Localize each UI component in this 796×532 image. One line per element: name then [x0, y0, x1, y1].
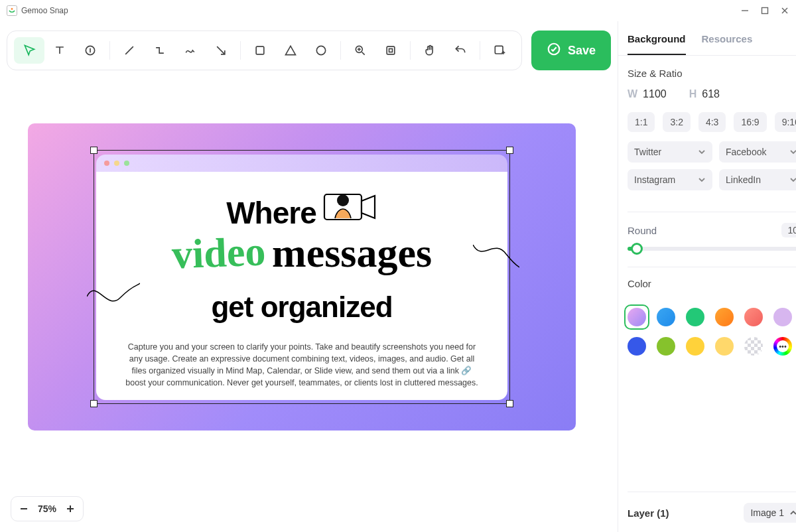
zoom-in-button[interactable]	[64, 503, 76, 515]
section-color: Color	[618, 267, 796, 299]
tool-arrow[interactable]	[206, 37, 236, 64]
preset-linkedin[interactable]: LinkedIn	[719, 169, 796, 190]
canvas-background[interactable]: Where video	[28, 123, 576, 431]
check-circle-icon	[547, 42, 561, 60]
round-row: Round 10	[618, 212, 796, 240]
svg-rect-3	[762, 8, 768, 14]
width-input[interactable]: W1100	[628, 88, 667, 100]
tool-number[interactable]	[75, 37, 105, 64]
save-button[interactable]: Save	[531, 31, 611, 70]
ratio-4-3[interactable]: 4:3	[698, 112, 726, 132]
chevron-down-icon	[789, 176, 796, 184]
svg-rect-9	[256, 46, 264, 54]
titlebar: Gemoo Snap	[0, 0, 796, 21]
round-slider[interactable]	[628, 247, 796, 251]
resize-handle-bl[interactable]	[90, 400, 98, 407]
window-maximize-icon[interactable]	[760, 6, 769, 15]
swatch-1[interactable]	[657, 308, 675, 326]
tool-add-overlay[interactable]	[484, 37, 515, 64]
toolbar	[7, 31, 522, 70]
zoom-out-button[interactable]	[18, 503, 30, 515]
svg-line-8	[217, 46, 225, 54]
zoom-level-label: 75%	[38, 503, 56, 514]
canvas-area[interactable]: Where video	[0, 77, 618, 532]
preset-twitter[interactable]: Twitter	[628, 141, 712, 163]
svg-point-10	[316, 46, 325, 54]
window-close-icon[interactable]	[780, 6, 789, 15]
slider-knob[interactable]	[631, 243, 643, 255]
app-logo-icon	[7, 5, 17, 16]
tool-magnify[interactable]	[345, 37, 375, 64]
round-label: Round	[628, 225, 657, 236]
resize-handle-tr[interactable]	[506, 147, 513, 154]
tool-ellipse[interactable]	[306, 37, 336, 64]
hero-subtext: Capture you and your screen to clarify y…	[123, 341, 481, 389]
tool-rectangle[interactable]	[245, 37, 275, 64]
swatch-0[interactable]	[628, 308, 646, 326]
properties-panel: Background Resources Size & Ratio W1100 …	[618, 21, 796, 532]
swatch-4[interactable]	[744, 308, 763, 326]
app-title: Gemoo Snap	[21, 6, 68, 15]
resize-handle-tl[interactable]	[90, 147, 98, 154]
size-ratio-label: Size & Ratio	[628, 68, 683, 79]
chevron-down-icon	[789, 148, 796, 156]
mock-browser-top	[96, 155, 507, 172]
ratio-9-16[interactable]: 9:16	[775, 112, 796, 132]
swatch-6[interactable]	[628, 337, 646, 356]
canvas-screenshot[interactable]: Where video	[96, 155, 507, 400]
svg-rect-16	[389, 49, 393, 52]
chevron-down-icon	[698, 148, 706, 156]
svg-rect-17	[495, 46, 503, 54]
swatch-9[interactable]	[715, 337, 734, 356]
tool-line[interactable]	[114, 37, 145, 64]
swatch-2[interactable]	[686, 308, 704, 326]
layer-count-label: Layer (1)	[628, 507, 669, 519]
hero-line1: Where	[226, 190, 377, 231]
panel-tabs: Background Resources	[618, 21, 796, 56]
tool-hand[interactable]	[415, 37, 445, 64]
svg-line-7	[125, 46, 133, 54]
tool-triangle[interactable]	[275, 37, 306, 64]
svg-point-1	[11, 8, 13, 10]
window-minimize-icon[interactable]	[740, 6, 750, 15]
swatch-3[interactable]	[715, 308, 734, 326]
chevron-up-icon	[789, 509, 796, 517]
ratio-16-9[interactable]: 16:9	[734, 112, 766, 132]
resize-handle-br[interactable]	[506, 400, 513, 407]
layer-bar: Layer (1) Image 1	[628, 492, 796, 523]
webcam-illustration-icon	[322, 190, 377, 231]
swatch-8[interactable]	[686, 337, 704, 356]
tab-resources[interactable]: Resources	[702, 33, 753, 55]
svg-rect-0	[7, 6, 17, 16]
swatch-picker[interactable]: •••	[773, 337, 792, 356]
svg-point-22	[337, 194, 349, 206]
layer-select[interactable]: Image 1	[744, 503, 796, 523]
save-button-label: Save	[568, 44, 596, 58]
height-input[interactable]: H618	[689, 88, 720, 100]
swatch-transparent[interactable]	[744, 337, 763, 356]
color-label: Color	[628, 278, 651, 289]
tool-crop[interactable]	[375, 37, 406, 64]
tool-undo[interactable]	[445, 37, 476, 64]
tool-text[interactable]	[44, 37, 75, 64]
tool-curve[interactable]	[175, 37, 206, 64]
svg-line-12	[362, 52, 365, 55]
section-size-ratio: Size & Ratio W1100 H618 1:13:24:316:99:1…	[618, 56, 796, 200]
ratio-3-2[interactable]: 3:2	[663, 112, 690, 132]
hero-line3: get organized	[123, 291, 481, 324]
svg-rect-15	[387, 46, 395, 54]
preset-facebook[interactable]: Facebook	[719, 141, 796, 163]
swatch-7[interactable]	[657, 337, 675, 356]
ratio-1-1[interactable]: 1:1	[628, 112, 655, 132]
hero-line2: video messages	[123, 232, 481, 273]
chevron-down-icon	[698, 176, 706, 184]
round-value: 10	[781, 223, 796, 237]
mock-browser-body: Where video	[96, 172, 507, 400]
zoom-control: 75%	[11, 496, 84, 521]
swatch-5[interactable]	[773, 308, 792, 326]
tool-step-line[interactable]	[145, 37, 175, 64]
preset-instagram[interactable]: Instagram	[628, 169, 712, 190]
tool-cursor[interactable]	[14, 37, 44, 64]
tab-background[interactable]: Background	[628, 33, 686, 55]
